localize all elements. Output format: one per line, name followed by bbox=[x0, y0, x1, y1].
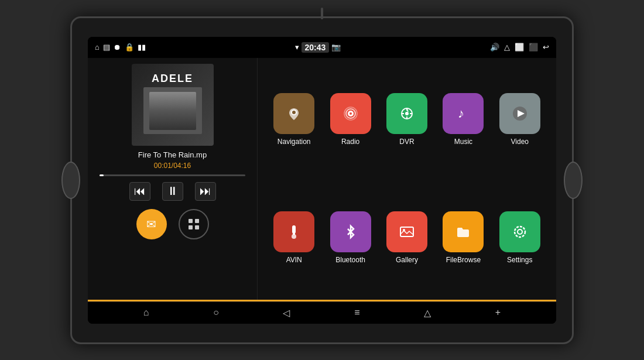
lock-icon: 🔒 bbox=[125, 43, 134, 52]
current-time: 00:01 bbox=[154, 162, 172, 170]
svg-point-9 bbox=[350, 112, 352, 115]
cast-icon: ⬛ bbox=[529, 43, 538, 52]
album-image bbox=[143, 87, 202, 134]
settings-icon bbox=[499, 211, 540, 252]
messages-button[interactable]: ✉ bbox=[136, 209, 167, 239]
filebrowse-icon bbox=[443, 211, 484, 252]
nav-menu-button[interactable]: ≡ bbox=[348, 305, 365, 320]
antenna bbox=[321, 8, 323, 19]
music-player-panel: ADELE Fire To The Rain.mp 00:01/04:16 ⏮ … bbox=[88, 58, 258, 300]
svg-rect-1 bbox=[195, 219, 199, 223]
battery-icon: ▮▮ bbox=[138, 43, 146, 52]
track-name: Fire To The Rain.mp bbox=[100, 150, 245, 159]
app-filebrowse[interactable]: FileBrowse bbox=[439, 182, 488, 294]
app-video[interactable]: Video bbox=[495, 64, 544, 176]
svg-rect-2 bbox=[189, 225, 193, 229]
svg-text:♪: ♪ bbox=[458, 106, 464, 121]
record-icon: ⏺ bbox=[114, 43, 121, 52]
nav-circle-button[interactable]: ○ bbox=[207, 305, 225, 320]
svg-point-25 bbox=[518, 229, 522, 234]
video-label: Video bbox=[511, 138, 529, 146]
playback-controls: ⏮ ⏸ ⏭ bbox=[129, 182, 216, 201]
svg-rect-22 bbox=[293, 232, 295, 235]
car-head-unit: ⌂ ▤ ⏺ 🔒 ▮▮ ▾ 20:43 📷 🔊 △ ⬜ ⬛ ↩ bbox=[70, 16, 574, 344]
app-grid: Navigation Radio bbox=[269, 64, 544, 294]
home-icon[interactable]: ⌂ bbox=[95, 43, 100, 52]
prev-button[interactable]: ⏮ bbox=[129, 182, 150, 201]
progress-bar[interactable] bbox=[100, 174, 245, 176]
camera-icon: 📷 bbox=[331, 43, 341, 52]
artist-name: ADELE bbox=[143, 73, 202, 85]
wifi-icon: ▾ bbox=[295, 43, 299, 52]
app-gallery[interactable]: Gallery bbox=[382, 182, 431, 294]
gallery-label: Gallery bbox=[396, 256, 418, 264]
nav-plus-button[interactable]: + bbox=[489, 305, 506, 320]
svg-rect-20 bbox=[292, 225, 296, 234]
play-pause-button[interactable]: ⏸ bbox=[162, 182, 183, 201]
nav-bar: ⌂ ○ ◁ ≡ △ + bbox=[88, 301, 556, 324]
app-radio[interactable]: Radio bbox=[326, 64, 375, 176]
app-dvr[interactable]: DVR bbox=[382, 64, 431, 176]
music-icon: ♪ bbox=[443, 93, 484, 134]
svg-point-5 bbox=[292, 111, 296, 114]
next-button[interactable]: ⏭ bbox=[195, 182, 216, 201]
volume-icon[interactable]: 🔊 bbox=[490, 43, 499, 52]
bluetooth-icon bbox=[330, 211, 371, 252]
album-art-inner: ADELE bbox=[143, 73, 202, 136]
dvr-icon bbox=[386, 93, 427, 134]
video-icon bbox=[499, 93, 540, 134]
nav-up-button[interactable]: △ bbox=[418, 305, 437, 321]
settings-label: Settings bbox=[507, 256, 532, 264]
back-icon[interactable]: ↩ bbox=[543, 43, 549, 52]
album-art: ADELE bbox=[132, 64, 214, 146]
dvr-label: DVR bbox=[399, 138, 414, 146]
radio-label: Radio bbox=[341, 138, 359, 146]
nav-back-button[interactable]: ◁ bbox=[277, 305, 296, 321]
progress-fill bbox=[100, 174, 104, 176]
app-bluetooth[interactable]: Bluetooth bbox=[326, 182, 375, 294]
navigation-label: Navigation bbox=[278, 138, 311, 146]
app-settings[interactable]: Settings bbox=[495, 182, 544, 294]
radio-icon bbox=[330, 93, 371, 134]
status-time: 20:43 bbox=[302, 42, 330, 53]
app-grid-panel: Navigation Radio bbox=[258, 58, 556, 300]
svg-point-15 bbox=[405, 112, 409, 115]
bluetooth-label: Bluetooth bbox=[335, 256, 365, 264]
svg-rect-3 bbox=[195, 225, 199, 229]
app-avin[interactable]: AVIN bbox=[269, 182, 318, 294]
screen-icon: ⬜ bbox=[515, 43, 524, 52]
gallery-icon bbox=[386, 211, 427, 252]
bottom-icons: ✉ bbox=[136, 209, 209, 239]
status-center: ▾ 20:43 📷 bbox=[295, 42, 341, 53]
filebrowse-label: FileBrowse bbox=[446, 256, 481, 264]
window-icon: ▤ bbox=[103, 43, 110, 52]
navigation-icon bbox=[273, 93, 314, 134]
nav-home-button[interactable]: ⌂ bbox=[138, 305, 155, 320]
svg-rect-0 bbox=[189, 219, 193, 223]
status-right-icons: 🔊 △ ⬜ ⬛ ↩ bbox=[490, 43, 549, 52]
svg-point-21 bbox=[292, 234, 296, 239]
status-left-icons: ⌂ ▤ ⏺ 🔒 ▮▮ bbox=[95, 43, 146, 52]
apps-button[interactable] bbox=[179, 209, 209, 239]
svg-point-26 bbox=[515, 227, 525, 237]
app-music[interactable]: ♪ Music bbox=[439, 64, 488, 176]
status-bar: ⌂ ▤ ⏺ 🔒 ▮▮ ▾ 20:43 📷 🔊 △ ⬜ ⬛ ↩ bbox=[88, 37, 556, 58]
screen-bezel: ⌂ ▤ ⏺ 🔒 ▮▮ ▾ 20:43 📷 🔊 △ ⬜ ⬛ ↩ bbox=[88, 37, 556, 324]
app-navigation[interactable]: Navigation bbox=[269, 64, 318, 176]
eject-icon: △ bbox=[504, 43, 510, 52]
avin-icon bbox=[273, 211, 314, 252]
avin-label: AVIN bbox=[286, 256, 302, 264]
track-time: 00:01/04:16 bbox=[154, 162, 191, 170]
main-content: ADELE Fire To The Rain.mp 00:01/04:16 ⏮ … bbox=[88, 58, 556, 300]
total-time: 04:16 bbox=[173, 162, 191, 170]
music-label: Music bbox=[454, 138, 472, 146]
